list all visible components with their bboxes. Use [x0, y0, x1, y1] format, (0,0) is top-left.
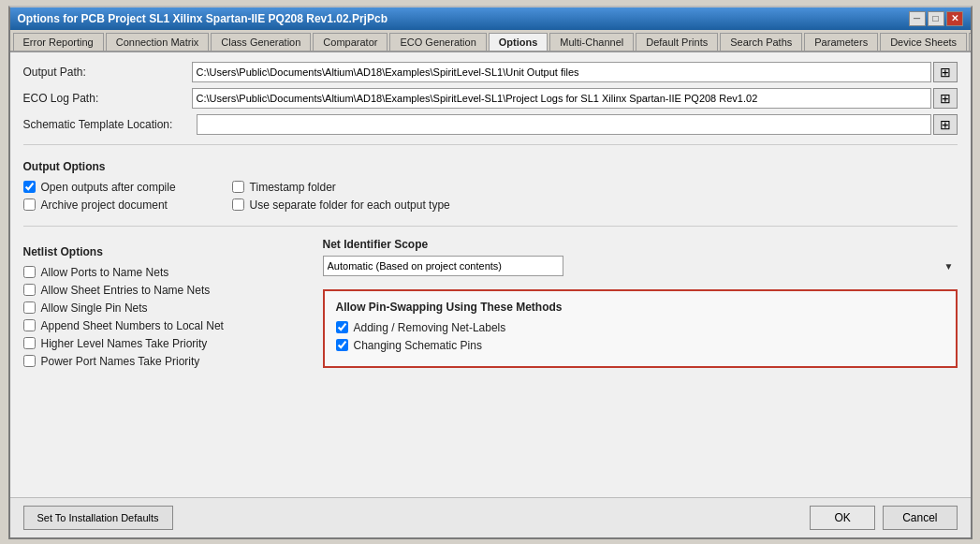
higher-level-label: Higher Level Names Take Priority	[41, 337, 208, 350]
divider-2	[23, 226, 958, 227]
separate-folder-label: Use separate folder for each output type	[250, 198, 450, 212]
tab-parameters[interactable]: Parameters	[804, 33, 878, 51]
main-window: Options for PCB Project SL1 Xilinx Spart…	[8, 6, 973, 539]
allow-single-pin-row: Allow Single Pin Nets	[23, 301, 314, 315]
install-defaults-button[interactable]: Set To Installation Defaults	[23, 506, 173, 530]
browse-icon-schematic: ⊞	[940, 117, 951, 132]
higher-level-row: Higher Level Names Take Priority	[23, 337, 314, 350]
allow-single-pin-checkbox[interactable]	[23, 301, 36, 314]
open-outputs-row: Open outputs after compile	[23, 181, 176, 194]
changing-schematic-label: Changing Schematic Pins	[354, 339, 482, 352]
title-bar: Options for PCB Project SL1 Xilinx Spart…	[10, 7, 971, 30]
timestamp-label: Timestamp folder	[250, 181, 336, 194]
tab-comparator[interactable]: Comparator	[313, 33, 388, 51]
archive-checkbox[interactable]	[23, 198, 36, 211]
archive-label: Archive project document	[41, 198, 168, 212]
higher-level-checkbox[interactable]	[23, 337, 36, 349]
append-sheet-numbers-row: Append Sheet Numbers to Local Net	[23, 319, 314, 332]
window-controls: ─ □ ✕	[909, 11, 963, 26]
eco-log-row: ECO Log Path: ⊞	[23, 88, 958, 109]
tab-class-generation[interactable]: Class Generation	[211, 33, 311, 51]
output-path-browse-button[interactable]: ⊞	[933, 62, 958, 82]
allow-ports-label: Allow Ports to Name Nets	[41, 266, 169, 279]
separate-folder-row: Use separate folder for each output type	[232, 198, 450, 212]
output-path-input[interactable]	[192, 62, 931, 82]
tab-connection-matrix[interactable]: Connection Matrix	[106, 33, 210, 51]
net-scope-dropdown[interactable]: Automatic (Based on project contents) Fl…	[323, 256, 563, 276]
timestamp-checkbox[interactable]	[232, 181, 244, 193]
allow-sheet-entries-row: Allow Sheet Entries to Name Nets	[23, 284, 314, 297]
net-identifier-scope-title: Net Identifier Scope	[323, 238, 958, 251]
eco-log-browse-button[interactable]: ⊞	[933, 88, 958, 109]
maximize-button[interactable]: □	[928, 11, 944, 26]
output-path-row: Output Path: ⊞	[23, 62, 958, 82]
append-sheet-numbers-checkbox[interactable]	[23, 319, 36, 331]
eco-log-label: ECO Log Path:	[23, 92, 192, 105]
right-section: Net Identifier Scope Automatic (Based on…	[323, 238, 958, 488]
allow-ports-checkbox[interactable]	[23, 266, 36, 278]
two-column-section: Netlist Options Allow Ports to Name Nets…	[23, 238, 958, 488]
minimize-button[interactable]: ─	[909, 11, 926, 26]
dropdown-arrow-icon: ▼	[944, 260, 954, 271]
open-outputs-checkbox[interactable]	[23, 181, 36, 193]
main-content: Output Path: ⊞ ECO Log Path: ⊞ Schematic…	[10, 52, 971, 497]
allow-sheet-entries-checkbox[interactable]	[23, 284, 36, 296]
netlist-options-title: Netlist Options	[23, 245, 314, 258]
pin-swapping-section: Allow Pin-Swapping Using These Methods A…	[323, 289, 958, 368]
tabs-bar: Error Reporting Connection Matrix Class …	[10, 30, 971, 52]
schematic-template-label: Schematic Template Location:	[23, 118, 197, 131]
window-title: Options for PCB Project SL1 Xilinx Spart…	[18, 12, 388, 25]
eco-log-input[interactable]	[192, 88, 931, 109]
adding-removing-label: Adding / Removing Net-Labels	[354, 321, 506, 334]
tab-managed-o[interactable]: Managed O	[969, 33, 970, 51]
pin-swapping-title: Allow Pin-Swapping Using These Methods	[336, 301, 944, 314]
separate-folder-checkbox[interactable]	[232, 198, 244, 211]
close-button[interactable]: ✕	[946, 11, 963, 26]
net-scope-dropdown-wrapper: Automatic (Based on project contents) Fl…	[323, 256, 958, 276]
ok-cancel-buttons: OK Cancel	[810, 506, 957, 530]
tab-eco-generation[interactable]: ECO Generation	[389, 33, 486, 51]
tab-default-prints[interactable]: Default Prints	[636, 33, 718, 51]
timestamp-row: Timestamp folder	[232, 181, 450, 194]
adding-removing-row: Adding / Removing Net-Labels	[336, 321, 944, 334]
divider-1	[23, 144, 958, 145]
tab-search-paths[interactable]: Search Paths	[720, 33, 802, 51]
changing-schematic-row: Changing Schematic Pins	[336, 339, 944, 352]
bottom-bar: Set To Installation Defaults OK Cancel	[10, 497, 971, 537]
output-options-title: Output Options	[23, 160, 958, 173]
adding-removing-checkbox[interactable]	[336, 321, 348, 333]
tab-device-sheets[interactable]: Device Sheets	[880, 33, 967, 51]
tab-options[interactable]: Options	[489, 33, 549, 52]
schematic-template-input[interactable]	[197, 114, 931, 135]
net-identifier-scope-section: Net Identifier Scope Automatic (Based on…	[323, 238, 958, 276]
allow-ports-row: Allow Ports to Name Nets	[23, 266, 314, 279]
changing-schematic-checkbox[interactable]	[336, 339, 348, 351]
browse-icon-eco: ⊞	[940, 91, 951, 106]
power-port-checkbox[interactable]	[23, 355, 36, 367]
schematic-template-browse-button[interactable]: ⊞	[933, 114, 958, 135]
allow-single-pin-label: Allow Single Pin Nets	[41, 301, 148, 315]
power-port-label: Power Port Names Take Priority	[41, 355, 200, 368]
netlist-options-section: Netlist Options Allow Ports to Name Nets…	[23, 238, 314, 488]
archive-row: Archive project document	[23, 198, 176, 212]
allow-sheet-entries-label: Allow Sheet Entries to Name Nets	[41, 284, 211, 297]
schematic-template-row: Schematic Template Location: ⊞	[23, 114, 958, 135]
power-port-row: Power Port Names Take Priority	[23, 355, 314, 368]
output-path-label: Output Path:	[23, 66, 192, 79]
append-sheet-numbers-label: Append Sheet Numbers to Local Net	[41, 319, 224, 332]
ok-button[interactable]: OK	[810, 506, 875, 530]
cancel-button[interactable]: Cancel	[883, 506, 957, 530]
tab-multi-channel[interactable]: Multi-Channel	[549, 33, 634, 51]
tab-error-reporting[interactable]: Error Reporting	[13, 33, 104, 51]
browse-icon: ⊞	[940, 65, 951, 80]
open-outputs-label: Open outputs after compile	[41, 181, 176, 194]
